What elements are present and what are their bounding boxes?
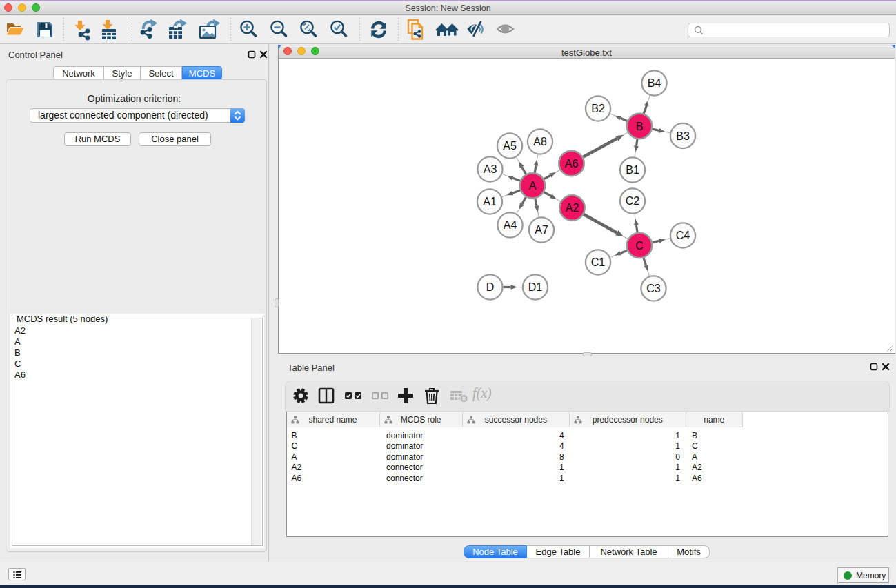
svg-text:C1: C1 bbox=[591, 256, 606, 268]
svg-text:B1: B1 bbox=[626, 164, 639, 176]
svg-text:A: A bbox=[529, 180, 537, 192]
svg-text:C4: C4 bbox=[676, 230, 690, 241]
svg-text:A8: A8 bbox=[533, 136, 547, 148]
svg-text:A1: A1 bbox=[483, 196, 497, 207]
svg-text:B: B bbox=[636, 121, 644, 132]
svg-text:C3: C3 bbox=[646, 283, 661, 294]
svg-text:A5: A5 bbox=[503, 140, 517, 152]
svg-text:A3: A3 bbox=[484, 163, 497, 175]
svg-text:A4: A4 bbox=[504, 219, 517, 231]
svg-text:D1: D1 bbox=[528, 281, 543, 293]
svg-text:C2: C2 bbox=[626, 195, 640, 207]
svg-text:C: C bbox=[635, 240, 644, 252]
svg-text:B4: B4 bbox=[648, 77, 661, 89]
svg-text:B3: B3 bbox=[676, 130, 690, 142]
svg-text:B2: B2 bbox=[591, 103, 605, 114]
svg-text:A7: A7 bbox=[535, 224, 548, 236]
svg-text:A2: A2 bbox=[566, 202, 579, 214]
svg-text:A6: A6 bbox=[565, 158, 579, 170]
svg-text:D: D bbox=[486, 281, 495, 293]
